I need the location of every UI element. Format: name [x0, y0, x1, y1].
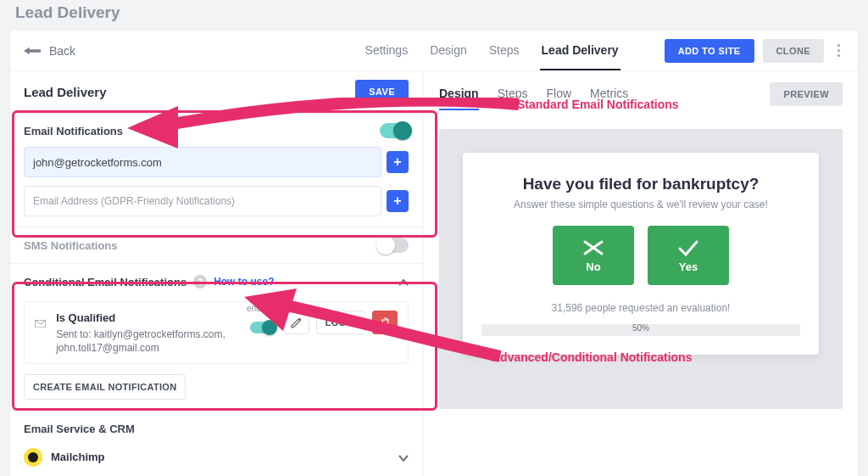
- tab-lead-delivery[interactable]: Lead Delivery: [540, 31, 620, 70]
- rule-enabled-toggle[interactable]: [250, 322, 274, 333]
- sms-notifications-title: SMS Notifications: [24, 239, 118, 252]
- pencil-icon: [291, 317, 302, 328]
- panel-title: Lead Delivery: [24, 85, 107, 99]
- progress-bar: 50%: [481, 324, 800, 336]
- add-to-site-button[interactable]: ADD TO SITE: [665, 39, 754, 63]
- add-gdpr-email-button[interactable]: +: [387, 190, 409, 212]
- widget-headline: Have you filed for bankruptcy?: [481, 175, 800, 193]
- enabled-label: enabled: [247, 304, 277, 313]
- back-button[interactable]: Back: [24, 44, 75, 58]
- conditional-title: Conditional Email Notifications: [24, 276, 186, 288]
- preview-tab-design[interactable]: Design: [439, 78, 479, 110]
- section-email-notifications: Email Notifications john@getrocketforms.…: [10, 112, 422, 227]
- edit-rule-button[interactable]: [284, 311, 309, 334]
- add-email-button[interactable]: +: [387, 151, 409, 173]
- clone-button[interactable]: CLONE: [763, 39, 825, 63]
- rule-prefix: Sent to:: [56, 328, 94, 340]
- chevron-down-icon: [398, 450, 409, 465]
- how-to-use-link[interactable]: How to use?: [214, 276, 274, 288]
- section-conditional-notifications: Conditional Email Notifications ? How to…: [10, 263, 422, 410]
- preview-panel: Design Steps Flow Metrics PREVIEW Have y…: [424, 71, 858, 476]
- conditional-rule: Is Qualified Sent to: kaitlyn@getrocketf…: [24, 301, 409, 364]
- choice-yes[interactable]: Yes: [648, 226, 729, 285]
- form-widget: Have you filed for bankruptcy? Answer th…: [463, 153, 819, 355]
- email-gdpr-field[interactable]: Email Address (GDPR-Friendly Notificatio…: [24, 186, 381, 216]
- trash-icon: [381, 317, 390, 328]
- mailchimp-label: Mailchimp: [51, 451, 105, 463]
- preview-stage: Have you filed for bankruptcy? Answer th…: [439, 129, 843, 409]
- arrow-left-icon: [24, 47, 41, 55]
- widget-sub: Answer these simple questions & we'll re…: [481, 199, 800, 210]
- sms-notifications-toggle[interactable]: [380, 238, 409, 253]
- email-field[interactable]: john@getrocketforms.com: [24, 147, 381, 177]
- page-title: Lead Delivery: [15, 3, 120, 22]
- rule-text: Is Qualified Sent to: kaitlyn@getrocketf…: [56, 311, 236, 355]
- rule-name: Is Qualified: [56, 311, 236, 326]
- email-notifications-toggle[interactable]: [380, 123, 409, 138]
- top-tabs: Settings Design Steps Lead Delivery: [364, 31, 620, 70]
- crm-title: Email Service & CRM: [24, 423, 135, 435]
- tab-settings[interactable]: Settings: [364, 31, 410, 70]
- social-proof: 31,596 people requested an evaluation!: [481, 302, 800, 314]
- top-actions: ADD TO SITE CLONE: [665, 39, 844, 63]
- section-crm: Email Service & CRM: [10, 410, 422, 440]
- choice-yes-label: Yes: [679, 260, 698, 273]
- check-icon: [676, 238, 700, 257]
- topbar: Back Settings Design Steps Lead Delivery…: [10, 31, 858, 71]
- preview-tab-metrics[interactable]: Metrics: [590, 78, 628, 110]
- delete-rule-button[interactable]: [372, 311, 398, 334]
- save-button[interactable]: SAVE: [355, 80, 409, 104]
- preview-tab-steps[interactable]: Steps: [498, 78, 528, 110]
- help-icon[interactable]: ?: [193, 275, 207, 288]
- collapse-icon[interactable]: [398, 274, 409, 289]
- preview-button[interactable]: PREVIEW: [770, 82, 843, 106]
- settings-panel: Lead Delivery SAVE Email Notifications j…: [10, 71, 424, 476]
- choice-no[interactable]: No: [553, 226, 634, 285]
- create-email-notification-button[interactable]: CREATE EMAIL NOTIFICATION: [24, 374, 186, 400]
- preview-tab-flow[interactable]: Flow: [547, 78, 572, 110]
- svg-point-1: [28, 452, 38, 462]
- section-sms-notifications: SMS Notifications: [10, 227, 422, 263]
- progress-label: 50%: [632, 323, 649, 333]
- main-card: Back Settings Design Steps Lead Delivery…: [10, 31, 858, 476]
- mailchimp-icon: [24, 448, 42, 467]
- crm-mailchimp-row[interactable]: Mailchimp: [10, 440, 422, 475]
- preview-tabs: Design Steps Flow Metrics: [439, 78, 628, 110]
- choice-no-label: No: [586, 260, 600, 273]
- back-label: Back: [49, 44, 75, 58]
- cross-icon: [581, 238, 605, 257]
- tab-steps[interactable]: Steps: [487, 31, 521, 70]
- logic-button[interactable]: LOGIC: [316, 311, 365, 334]
- email-notifications-title: Email Notifications: [24, 125, 123, 137]
- tab-design[interactable]: Design: [428, 31, 469, 70]
- more-menu-icon[interactable]: [832, 44, 844, 57]
- envelope-icon: [35, 316, 46, 331]
